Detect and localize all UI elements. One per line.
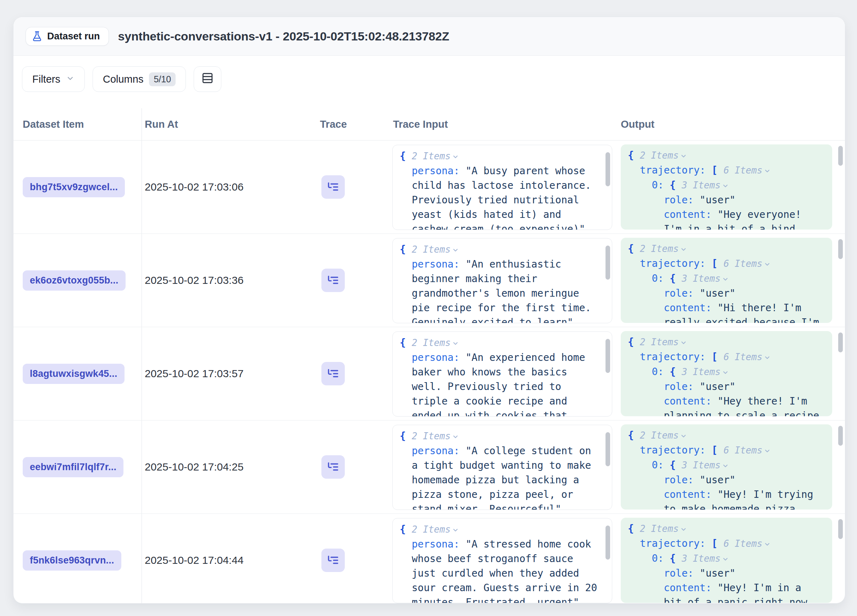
json-key: persona: [412,445,466,457]
scrollbar-thumb[interactable] [838,426,843,446]
filters-button[interactable]: Filters [22,67,85,92]
chevron-down-icon [680,246,687,253]
rows-icon [201,72,213,87]
json-line: trajectory: [ 6 Items [628,443,822,458]
output-json-viewer[interactable]: { 2 Itemstrajectory: [ 6 Items0: { 3 Ite… [621,238,832,323]
json-collapse-toggle[interactable]: 6 Items [724,258,771,269]
column-header-trace-input: Trace Input [385,108,612,140]
scrollbar-thumb[interactable] [605,152,610,186]
dataset-item-badge[interactable]: ek6oz6vtoxg055b... [23,270,125,291]
chevron-down-icon [452,526,459,534]
json-key: persona: [412,351,466,363]
trace-button[interactable] [321,362,345,385]
row-height-button[interactable] [194,67,221,92]
trace-input-json-viewer[interactable]: { 2 Itemspersona: "An enthusiastic begin… [392,238,612,323]
json-line: { 2 Items [628,241,822,256]
dataset-run-badge: Dataset run [26,27,109,46]
json-collapse-toggle[interactable]: 3 Items [682,553,729,564]
json-collapse-toggle[interactable]: 3 Items [682,180,729,190]
dataset-item-cell: eebwi7mfil7lqlf7r... [14,421,142,514]
scrollbar-thumb[interactable] [838,519,843,539]
chevron-down-icon [764,261,771,268]
dataset-item-badge[interactable]: f5nk6lse963qrvn... [23,550,121,571]
scrollbar-thumb[interactable] [838,239,843,259]
json-key: 0: [651,272,670,284]
filters-button-label: Filters [32,73,60,85]
trace-input-json-viewer[interactable]: { 2 Itemspersona: "A busy parent whose c… [392,145,612,230]
toolbar: Filters Columns 5/10 [14,56,845,108]
trace-button[interactable] [321,269,345,292]
json-line: { 2 Items [400,522,602,537]
json-collapse-toggle[interactable]: 3 Items [682,273,729,284]
json-collapse-toggle[interactable]: 6 Items [724,538,771,549]
chevron-down-icon [764,354,771,361]
json-key: trajectory: [640,258,712,269]
json-collapse-toggle[interactable]: 2 Items [412,524,459,535]
table-row: ek6oz6vtoxg055b...2025-10-02 17:03:36{ 2… [14,234,845,327]
columns-count-badge: 5/10 [149,73,176,86]
json-line: { 2 Items [400,149,602,164]
trace-input-json-viewer[interactable]: { 2 Itemspersona: "A stressed home cook … [392,518,612,603]
json-collapse-toggle[interactable]: 2 Items [640,150,687,161]
json-collapse-toggle[interactable]: 6 Items [724,165,771,176]
json-line: content: "Hi there! I'm really excited b… [628,300,822,323]
run-at-cell: 2025-10-02 17:04:25 [142,461,318,473]
json-collapse-toggle[interactable]: 3 Items [682,367,729,377]
json-key: role: [664,474,699,486]
trace-button[interactable] [321,175,345,199]
run-at-cell: 2025-10-02 17:04:44 [142,554,318,566]
json-collapse-toggle[interactable]: 3 Items [682,460,729,471]
json-collapse-toggle[interactable]: 2 Items [412,431,459,441]
json-collapse-toggle[interactable]: 2 Items [640,523,687,534]
json-key: trajectory: [640,537,712,549]
json-line: persona: "A stressed home cook whose bee… [400,537,602,603]
output-json-viewer[interactable]: { 2 Itemstrajectory: [ 6 Items0: { 3 Ite… [621,144,832,229]
json-collapse-toggle[interactable]: 6 Items [724,445,771,456]
json-collapse-toggle[interactable]: 2 Items [412,244,459,255]
scrollbar-thumb[interactable] [838,146,843,166]
json-line: persona: "An enthusiastic beginner makin… [400,257,602,323]
json-collapse-toggle[interactable]: 2 Items [640,243,687,254]
trace-button[interactable] [321,455,345,479]
json-key: role: [664,567,699,579]
json-collapse-toggle[interactable]: 2 Items [412,151,459,161]
json-line: content: "Hey! I'm in a bit of a panic r… [628,580,822,603]
output-json-viewer[interactable]: { 2 Itemstrajectory: [ 6 Items0: { 3 Ite… [621,518,832,603]
json-key: trajectory: [640,351,712,363]
json-line: content: "Hey everyone! I'm in a bit of … [628,207,822,229]
trace-input-json-viewer[interactable]: { 2 Itemspersona: "A college student on … [392,425,612,510]
json-line: persona: "A college student on a tight b… [400,444,602,510]
json-line: 0: { 3 Items [628,551,822,566]
dataset-item-badge[interactable]: eebwi7mfil7lqlf7r... [23,457,124,477]
trace-cell [318,362,385,385]
output-cell-wrap: { 2 Itemstrajectory: [ 6 Items0: { 3 Ite… [621,144,843,229]
scrollbar-thumb[interactable] [605,339,610,373]
columns-button[interactable]: Columns 5/10 [93,67,186,92]
output-cell-wrap: { 2 Itemstrajectory: [ 6 Items0: { 3 Ite… [621,331,843,416]
trace-cell [318,175,385,199]
json-collapse-toggle[interactable]: 2 Items [640,430,687,441]
trace-button[interactable] [321,549,345,572]
chevron-down-icon [722,369,729,376]
json-collapse-toggle[interactable]: 2 Items [412,337,459,348]
scrollbar-thumb[interactable] [605,432,610,466]
trace-input-json-viewer[interactable]: { 2 Itemspersona: "An experienced home b… [392,331,612,416]
scrollbar-thumb[interactable] [838,333,843,352]
json-key: content: [664,489,718,500]
json-line: role: "user" [628,379,822,394]
json-line: 0: { 3 Items [628,458,822,473]
chevron-down-icon [452,153,459,160]
scrollbar-thumb[interactable] [605,526,610,560]
output-cell: { 2 Itemstrajectory: [ 6 Items0: { 3 Ite… [612,238,845,323]
dataset-item-cell: f5nk6lse963qrvn... [14,514,142,604]
column-header-trace: Trace [318,108,385,140]
trace-cell [318,549,385,572]
dataset-item-badge[interactable]: l8agtuwxisgwk45... [23,364,124,384]
dataset-item-badge[interactable]: bhg7t5xv9zgwcel... [23,177,125,197]
output-json-viewer[interactable]: { 2 Itemstrajectory: [ 6 Items0: { 3 Ite… [621,424,832,509]
json-collapse-toggle[interactable]: 2 Items [640,337,687,347]
json-value: "user" [699,381,735,392]
scrollbar-thumb[interactable] [605,246,610,280]
json-collapse-toggle[interactable]: 6 Items [724,351,771,362]
output-json-viewer[interactable]: { 2 Itemstrajectory: [ 6 Items0: { 3 Ite… [621,331,832,416]
